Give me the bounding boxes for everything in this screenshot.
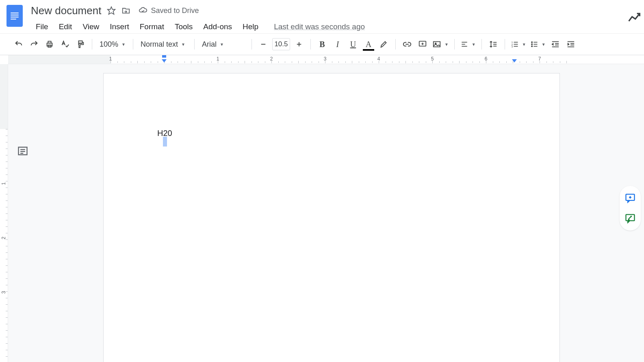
svg-marker-0 [108,7,115,14]
increase-indent-button[interactable] [564,37,578,52]
svg-text:3: 3 [511,45,512,48]
chevron-down-icon: ▼ [542,42,546,47]
highlight-button[interactable] [377,37,391,52]
menu-addons[interactable]: Add-ons [198,20,237,34]
text-cursor-selection [163,137,167,147]
insert-link-button[interactable] [400,37,414,52]
svg-point-23 [531,44,533,45]
decrease-indent-button[interactable] [548,37,563,52]
chevron-down-icon: ▼ [472,42,476,47]
menu-edit[interactable]: Edit [54,20,77,34]
vertical-ruler[interactable]: 123 [0,64,8,362]
chevron-down-icon: ▼ [121,42,126,47]
menu-help[interactable]: Help [238,20,263,34]
svg-point-22 [531,42,533,43]
bulleted-list-button[interactable]: ▼ [529,37,547,52]
paint-format-button[interactable] [73,37,88,52]
document-title[interactable]: New document [31,4,101,17]
menu-file[interactable]: File [31,20,53,34]
save-status: Saved to Drive [139,6,199,15]
horizontal-ruler[interactable]: 11234567 [8,55,644,64]
align-button[interactable]: ▼ [459,37,477,52]
chevron-down-icon: ▼ [445,42,449,47]
side-action-panel [620,186,641,231]
add-comment-button[interactable] [415,37,430,52]
svg-rect-2 [48,41,51,43]
chevron-down-icon: ▼ [220,42,224,47]
activity-icon[interactable] [628,11,641,24]
style-select[interactable]: Normal text ▼ [137,37,190,52]
menu-bar: File Edit View Insert Format Tools Add-o… [31,19,637,35]
menu-view[interactable]: View [78,20,104,34]
bold-button[interactable]: B [315,37,330,52]
insert-image-button[interactable]: ▼ [431,37,450,52]
star-icon[interactable] [107,6,116,15]
chevron-down-icon: ▼ [522,42,526,47]
outline-toggle-icon[interactable] [17,145,28,157]
last-edit-link[interactable]: Last edit was seconds ago [274,22,365,31]
document-page[interactable]: H20 [103,73,560,362]
italic-button[interactable]: I [330,37,345,52]
menu-tools[interactable]: Tools [170,20,197,34]
add-comment-side-button[interactable] [623,191,637,205]
line-spacing-button[interactable] [486,37,501,52]
svg-rect-8 [434,42,440,47]
suggest-edits-button[interactable] [623,211,637,226]
font-size-decrease[interactable] [256,37,271,52]
chevron-down-icon: ▼ [181,42,185,47]
header: New document Saved to Drive File Edit Vi… [0,0,644,33]
underline-button[interactable]: U [346,37,360,52]
redo-button[interactable] [27,37,41,52]
menu-insert[interactable]: Insert [105,20,134,34]
font-size-increase[interactable] [292,37,306,52]
text-color-button[interactable]: A [361,37,376,52]
docs-logo[interactable] [7,5,23,27]
document-area: 123 H20 [0,64,644,362]
save-status-text: Saved to Drive [151,6,199,15]
move-icon[interactable] [121,6,130,15]
numbered-list-button[interactable]: 123 ▼ [509,37,528,52]
zoom-select[interactable]: 100% ▼ [96,37,129,52]
font-size-input[interactable] [272,38,290,50]
toolbar: 100% ▼ Normal text ▼ Arial ▼ B I U A ▼ ▼… [0,33,644,55]
undo-button[interactable] [11,37,26,52]
print-button[interactable] [42,37,57,52]
svg-point-24 [531,46,533,47]
menu-format[interactable]: Format [135,20,169,34]
spellcheck-button[interactable] [58,37,72,52]
font-select[interactable]: Arial ▼ [199,37,247,52]
document-text[interactable]: H20 [157,127,172,139]
cloud-icon [139,6,147,15]
